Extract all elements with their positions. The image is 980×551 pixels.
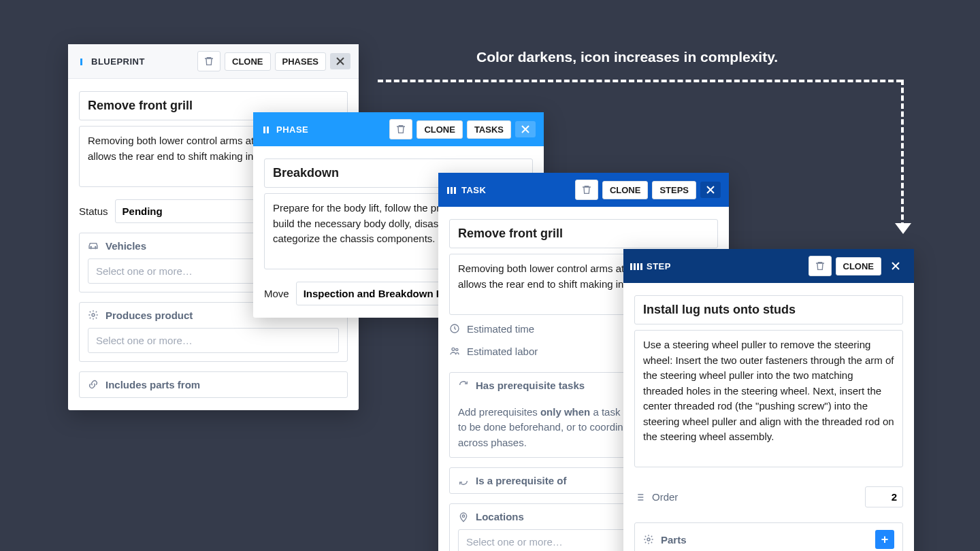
arrow-return-icon <box>458 475 469 486</box>
title-input[interactable] <box>634 295 903 324</box>
has-prereq-label: Has prerequisite tasks <box>476 380 585 391</box>
task-label: TASK <box>461 185 486 195</box>
title-input[interactable] <box>449 219 718 248</box>
dashed-line-horizontal <box>378 80 902 82</box>
close-icon <box>892 262 900 270</box>
arrow-down-icon <box>895 223 911 234</box>
includes-label: Includes parts from <box>105 379 200 390</box>
parts-label: Parts <box>661 534 687 546</box>
description-textarea[interactable] <box>634 330 903 467</box>
locations-label: Locations <box>476 511 524 522</box>
step-panel: STEP CLONE Order Parts <box>623 249 914 551</box>
clone-button[interactable]: CLONE <box>225 52 271 71</box>
close-button[interactable] <box>515 121 536 137</box>
trash-icon <box>395 124 406 135</box>
svg-point-2 <box>92 314 95 316</box>
delete-button[interactable] <box>389 119 412 139</box>
close-button[interactable] <box>700 182 721 198</box>
close-button[interactable] <box>885 258 906 274</box>
add-part-button[interactable]: + <box>875 530 894 549</box>
delete-button[interactable] <box>575 180 598 200</box>
svg-point-6 <box>462 515 464 517</box>
annotation-text: Color darkens, icon increases in complex… <box>476 49 778 65</box>
move-label: Move <box>264 288 289 299</box>
gear-icon <box>643 534 654 545</box>
blueprint-label: BLUEPRINT <box>91 56 145 67</box>
close-icon <box>336 57 344 65</box>
svg-point-4 <box>452 348 455 350</box>
trash-icon <box>581 184 592 195</box>
pin-icon <box>458 512 469 522</box>
produces-label: Produces product <box>105 310 193 321</box>
close-icon <box>706 186 715 194</box>
includes-section-header: Includes parts from <box>80 372 347 397</box>
step-header: STEP CLONE <box>623 249 914 283</box>
blueprint-level-icon <box>76 56 86 66</box>
svg-point-5 <box>456 348 458 350</box>
order-label: Order <box>652 491 678 503</box>
svg-point-1 <box>95 246 96 247</box>
trash-icon <box>203 56 214 67</box>
delete-button[interactable] <box>197 51 220 71</box>
vehicles-label: Vehicles <box>105 240 146 252</box>
step-label: STEP <box>647 261 671 271</box>
phase-header: PHASE CLONE TASKS <box>253 112 544 146</box>
blueprint-header: BLUEPRINT CLONE PHASES <box>68 44 359 79</box>
est-labor-label: Estimated labor <box>467 346 538 357</box>
dashed-line-vertical <box>901 80 904 228</box>
est-time-label: Estimated time <box>467 323 534 335</box>
close-button[interactable] <box>330 53 350 69</box>
gear-icon <box>88 310 99 320</box>
phase-level-icon <box>261 124 271 134</box>
car-icon <box>88 240 99 251</box>
task-header: TASK CLONE STEPS <box>438 173 729 207</box>
status-label: Status <box>79 205 108 217</box>
arrow-loop-icon <box>458 380 469 390</box>
phase-label: PHASE <box>276 124 308 135</box>
tasks-button[interactable]: TASKS <box>467 120 511 139</box>
close-icon <box>521 125 529 133</box>
clone-button[interactable]: CLONE <box>602 181 649 199</box>
phases-button[interactable]: PHASES <box>275 52 326 71</box>
produces-select[interactable]: Select one or more… <box>88 328 339 353</box>
list-icon <box>634 492 645 503</box>
link-icon <box>88 379 99 390</box>
people-icon <box>449 346 460 356</box>
clone-button[interactable]: CLONE <box>416 120 463 139</box>
steps-button[interactable]: STEPS <box>652 181 696 199</box>
clone-button[interactable]: CLONE <box>836 257 882 276</box>
delete-button[interactable] <box>808 256 832 276</box>
task-level-icon <box>446 185 456 195</box>
step-level-icon <box>632 261 641 271</box>
trash-icon <box>815 261 826 271</box>
order-input[interactable] <box>865 486 903 507</box>
parts-header: Parts + <box>635 523 902 551</box>
clock-icon <box>449 323 460 334</box>
svg-point-0 <box>91 246 91 247</box>
svg-point-7 <box>647 538 650 541</box>
is-prereq-label: Is a prerequisite of <box>476 475 566 486</box>
